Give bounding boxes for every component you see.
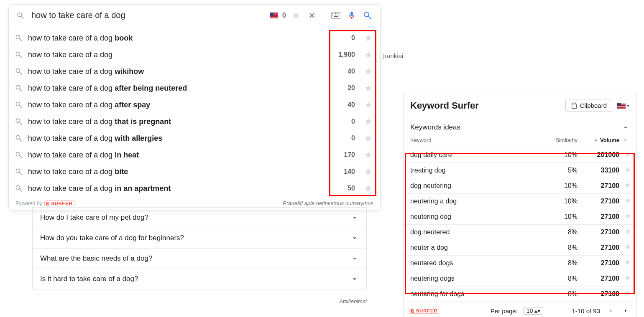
ks-row[interactable]: neutering a dog10%27100 — [404, 193, 636, 209]
suggestion-item[interactable]: how to take care of a dog after spay40 — [9, 96, 380, 113]
star-icon[interactable] — [364, 134, 373, 142]
ks-volume: 27100 — [578, 213, 619, 221]
ks-section-header[interactable]: Keywords ideas — [404, 118, 636, 135]
paa-question: Is it hard to take care of a dog? — [40, 275, 138, 283]
ks-keyword: neutering dogs — [410, 275, 540, 282]
suggestion-volume: 40 — [326, 66, 355, 77]
suggestion-item[interactable]: how to take care of a dog book0 — [9, 30, 380, 46]
paa-item[interactable]: How do you take care of a dog for beginn… — [32, 228, 367, 249]
ks-volume: 27100 — [578, 275, 619, 282]
suggestion-item[interactable]: how to take care of a dog that is pregna… — [9, 113, 380, 130]
keyboard-icon[interactable] — [330, 10, 342, 21]
ks-keyword: neutering for dogs — [410, 290, 540, 298]
prev-page-button[interactable] — [606, 306, 615, 315]
ks-star[interactable] — [619, 213, 631, 221]
ks-row[interactable]: dog neutered8%27100 — [404, 224, 636, 240]
ks-star[interactable] — [619, 243, 631, 252]
ks-star[interactable] — [619, 166, 631, 175]
next-page-button[interactable] — [621, 306, 630, 315]
search-icon — [15, 134, 23, 142]
star-icon[interactable] — [364, 84, 373, 92]
perpage-select[interactable]: 10▴▾ — [524, 307, 544, 314]
report-predictions-link[interactable]: Pranešti apie netinkamus numatymus — [283, 200, 373, 206]
ks-similarity: 10% — [540, 151, 578, 159]
ks-row[interactable]: neutering dogs8%27100 — [404, 271, 636, 286]
ks-keyword: dog neutering — [410, 182, 540, 190]
suggestion-item[interactable]: how to take care of a dog bite140 — [9, 163, 380, 180]
ks-star[interactable] — [619, 151, 631, 159]
ks-similarity: 8% — [540, 259, 578, 267]
ks-star[interactable] — [619, 228, 631, 236]
star-icon[interactable] — [364, 101, 373, 109]
star-icon[interactable] — [364, 167, 373, 176]
chevron-down-icon — [350, 234, 359, 242]
ks-keyword: neutering dog — [410, 213, 540, 221]
suggestion-item[interactable]: how to take care of a dog1,900 — [9, 46, 380, 63]
svg-rect-7 — [335, 15, 336, 15]
star-icon[interactable] — [364, 67, 373, 76]
suggestion-volume: 0 — [326, 132, 355, 144]
star-icon[interactable] — [364, 34, 373, 42]
paa-question: How do you take care of a dog for beginn… — [40, 234, 184, 242]
suggestion-text: how to take care of a dog bite — [28, 166, 321, 178]
suggestion-text: how to take care of a dog that is pregna… — [28, 116, 321, 127]
star-icon[interactable] — [364, 51, 373, 59]
search-button[interactable] — [362, 10, 373, 21]
ks-star[interactable] — [619, 290, 631, 298]
suggestion-volume: 20 — [326, 82, 355, 94]
search-input[interactable] — [31, 10, 266, 20]
suggestion-text: how to take care of a dog wikihow — [28, 66, 321, 77]
voice-search-icon[interactable] — [346, 10, 358, 21]
ks-keyword: treating dog — [410, 167, 540, 174]
col-similarity[interactable]: Similarity — [540, 137, 578, 143]
search-icon — [15, 167, 23, 176]
flag-us-icon — [270, 13, 278, 18]
ks-section-title: Keywords ideas — [410, 123, 460, 132]
suggestion-item[interactable]: how to take care of a dog in heat170 — [9, 147, 380, 163]
svg-rect-8 — [337, 15, 337, 15]
suggestion-item[interactable]: how to take care of a dog after being ne… — [9, 80, 380, 96]
ks-row[interactable]: dog neutering10%27100 — [404, 178, 636, 193]
paa-item[interactable]: How do I take care of my pet dog? — [32, 207, 367, 228]
ks-star[interactable] — [619, 274, 631, 283]
star-icon[interactable] — [290, 10, 302, 21]
col-volume[interactable]: Volume — [578, 137, 619, 143]
ks-row[interactable]: neutering dog10%27100 — [404, 209, 636, 224]
ks-row[interactable]: dog daily care10%201000 — [404, 147, 636, 162]
paa-item[interactable]: Is it hard to take care of a dog? — [32, 269, 367, 289]
ks-row[interactable]: neutered dogs8%27100 — [404, 255, 636, 271]
ks-similarity: 8% — [540, 275, 578, 282]
ks-keyword: neutered dogs — [410, 259, 540, 267]
suggestion-item[interactable]: how to take care of a dog in an apartmen… — [9, 180, 380, 197]
suggestion-text: how to take care of a dog in an apartmen… — [28, 183, 321, 194]
ks-row[interactable]: neuter a dog8%27100 — [404, 240, 636, 255]
suggestion-item[interactable]: how to take care of a dog wikihow40 — [9, 63, 380, 80]
suggestion-text: how to take care of a dog in heat — [28, 149, 321, 161]
ks-volume: 27100 — [578, 290, 619, 298]
clipboard-button[interactable]: Clipboard — [565, 99, 612, 112]
suggestion-volume: 0 — [326, 32, 355, 44]
star-icon[interactable] — [364, 117, 373, 126]
ks-row[interactable]: treating dog5%33100 — [404, 162, 636, 178]
ks-star[interactable] — [619, 197, 631, 205]
col-star[interactable] — [619, 137, 631, 144]
paa-question: How do I take care of my pet dog? — [40, 213, 148, 222]
clear-button[interactable] — [306, 10, 318, 21]
ks-star[interactable] — [619, 182, 631, 190]
ks-star[interactable] — [619, 259, 631, 267]
country-dropdown[interactable]: ▾ — [617, 103, 629, 109]
feedback-link[interactable]: Atsiliepimai — [32, 298, 367, 304]
tools-link[interactable]: Įrankiai — [383, 52, 403, 59]
suggestion-item[interactable]: how to take care of a dog with allergies… — [9, 130, 380, 147]
svg-rect-10 — [334, 16, 338, 17]
suggestion-volume: 50 — [326, 183, 355, 194]
ks-row[interactable]: neutering for dogs8%27100 — [404, 286, 636, 302]
ks-similarity: 8% — [540, 244, 578, 251]
star-icon[interactable] — [364, 184, 373, 193]
paa-item[interactable]: What are the basic needs of a dog? — [32, 249, 367, 269]
suggestion-volume: 0 — [326, 116, 355, 127]
search-icon — [15, 117, 23, 126]
col-keyword: Keyword — [410, 137, 540, 143]
star-icon[interactable] — [364, 151, 373, 159]
suggestion-volume: 170 — [326, 149, 355, 161]
